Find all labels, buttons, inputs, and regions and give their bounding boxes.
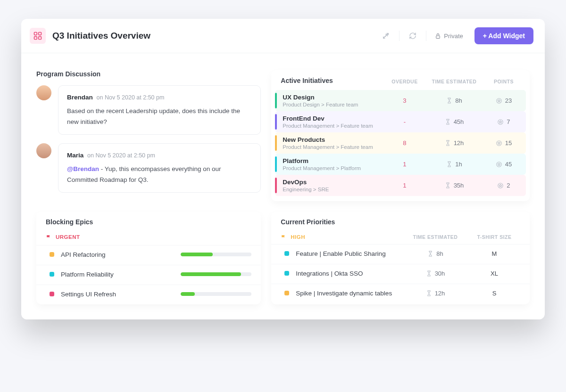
hourglass-icon [426,270,432,277]
time-estimated-value: 8h [402,250,468,257]
column-time-estimated: TIME ESTIMATED [421,79,487,84]
svg-rect-3 [39,37,42,40]
column-time-estimated: TIME ESTIMATED [402,234,468,240]
star-icon [496,140,502,147]
lock-icon [435,33,441,39]
points-value: 45 [487,161,520,168]
urgency-flag: URGENT [36,231,261,245]
avatar [36,85,51,100]
initiative-name: UX Design [283,94,388,101]
comment-bubble[interactable]: Maria on Nov 5 2020 at 2:50 pm @Brendan … [58,143,261,193]
comment-author: Maria [67,152,83,159]
star-icon [497,119,504,125]
current-priorities-card: Current Priorities HIGH TIME ESTIMATED T… [271,212,530,304]
progress-bar [181,253,251,256]
comment-body: @Brendan - Yup, this encompasses everyth… [67,164,252,186]
overdue-value: 1 [388,182,421,189]
add-widget-button[interactable]: + Add Widget [474,27,533,44]
flag-icon [46,234,52,240]
expand-icon[interactable] [378,28,393,43]
priority-name: Feature | Enable Public Sharing [296,250,402,257]
initiative-row[interactable]: FrontEnd Dev Product Management > Featur… [275,111,526,132]
initiative-path: Product Management > Feature team [283,123,388,129]
star-icon [496,98,502,104]
status-square [284,271,289,276]
comment-timestamp: on Nov 5 2020 at 2:50 pm [97,94,165,101]
priority-row[interactable]: Feature | Enable Public Sharing 8h M [271,244,530,264]
active-initiatives-card: Active Initiatives OVERDUE TIME ESTIMATE… [271,70,530,201]
initiative-row[interactable]: DevOps Engineering > SRE 1 35h 2 [275,175,526,196]
progress-bar [181,292,251,296]
star-icon [496,161,502,168]
points-value: 23 [487,97,520,104]
hourglass-icon [446,161,452,167]
time-estimated-value: 12h [402,290,468,297]
svg-rect-2 [34,37,37,40]
initiative-path: Product Management > Feature team [283,144,388,150]
comment-bubble[interactable]: Brendan on Nov 5 2020 at 2:50 pm Based o… [58,85,261,135]
flag-label: URGENT [56,234,80,240]
priority-name: Integrations | Okta SSO [296,270,402,277]
priorities-header: HIGH TIME ESTIMATED T-SHIRT SIZE [271,231,530,244]
tshirt-size-value: M [468,250,520,257]
dashboard-window: Q3 Initiatives Overview Private + Add Wi… [21,19,545,319]
overdue-value: 8 [388,139,421,147]
initiative-row[interactable]: Platform Product Management > Platform 1… [275,154,526,175]
star-icon [497,182,504,189]
time-estimated-value: 45h [421,118,487,125]
epic-row[interactable]: Settings UI Refresh [36,285,261,304]
dashboard-icon [30,28,46,44]
hourglass-icon [445,140,451,146]
mention[interactable]: @Brendan [67,165,99,172]
comment-author: Brendan [67,94,93,101]
hourglass-icon [445,119,451,125]
initiative-name: FrontEnd Dev [283,115,388,122]
initiative-name: New Products [283,136,388,143]
initiative-name: Platform [283,157,388,164]
initiative-row[interactable]: New Products Product Management > Featur… [275,132,526,154]
comment: Brendan on Nov 5 2020 at 2:50 pm Based o… [36,85,261,135]
status-square [284,291,289,295]
priority-row[interactable]: Integrations | Okta SSO 30h XL [271,264,530,284]
card-title: Active Initiatives [281,77,388,84]
priority-flag: HIGH [281,234,402,240]
epic-name: Settings UI Refresh [61,291,181,298]
initiative-path: Product Design > Feature team [283,102,388,107]
hourglass-icon [446,98,452,104]
points-value: 2 [487,182,520,189]
status-square [50,252,54,257]
hourglass-icon [426,290,432,296]
svg-rect-1 [39,33,42,35]
epic-row[interactable]: Platform Reliability [36,265,261,285]
header: Q3 Initiatives Overview Private + Add Wi… [21,19,545,53]
overdue-value: 1 [388,161,421,168]
epic-name: Platform Reliability [61,271,181,278]
time-estimated-value: 30h [402,270,468,277]
time-estimated-value: 1h [421,161,487,168]
initiative-row[interactable]: UX Design Product Design > Feature team … [275,90,526,111]
privacy-label: Private [444,33,463,40]
card-title: Program Discussion [36,70,261,85]
privacy-toggle[interactable]: Private [432,33,466,40]
comment: Maria on Nov 5 2020 at 2:50 pm @Brendan … [36,143,261,193]
card-title: Blocking Epics [36,218,261,231]
refresh-icon[interactable] [405,28,420,43]
points-value: 7 [487,118,520,125]
tshirt-size-value: XL [468,270,520,277]
svg-rect-0 [34,33,37,35]
hourglass-icon [427,251,433,257]
column-overdue: OVERDUE [388,79,421,84]
epic-row[interactable]: API Refactoring [36,245,261,265]
priority-row[interactable]: Spike | Investigate dynamic tables 12h S [271,284,530,303]
column-points: POINTS [487,79,520,84]
blocking-epics-card: Blocking Epics URGENT API Refactoring Pl… [36,212,261,304]
time-estimated-value: 12h [421,139,487,147]
points-value: 15 [487,139,520,147]
epic-name: API Refactoring [61,251,181,258]
dashboard-body: Program Discussion Brendan on Nov 5 2020… [21,53,545,319]
status-square [50,272,54,277]
hourglass-icon [445,182,451,188]
overdue-value: 3 [388,97,421,104]
avatar [36,143,51,158]
flag-icon [281,234,287,240]
